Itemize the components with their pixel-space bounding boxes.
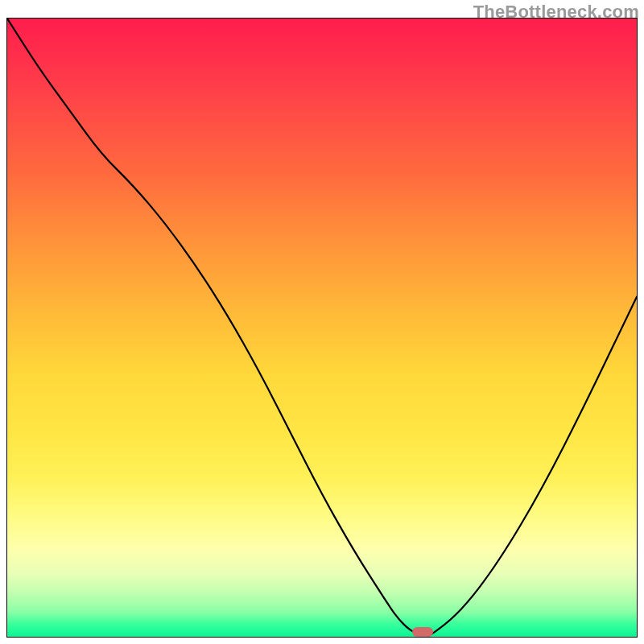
chart-svg — [7, 19, 637, 637]
current-config-marker — [412, 627, 433, 637]
bottleneck-curve — [7, 19, 637, 637]
plot-area — [6, 18, 638, 638]
chart-root: TheBottleneck.com — [0, 0, 644, 644]
